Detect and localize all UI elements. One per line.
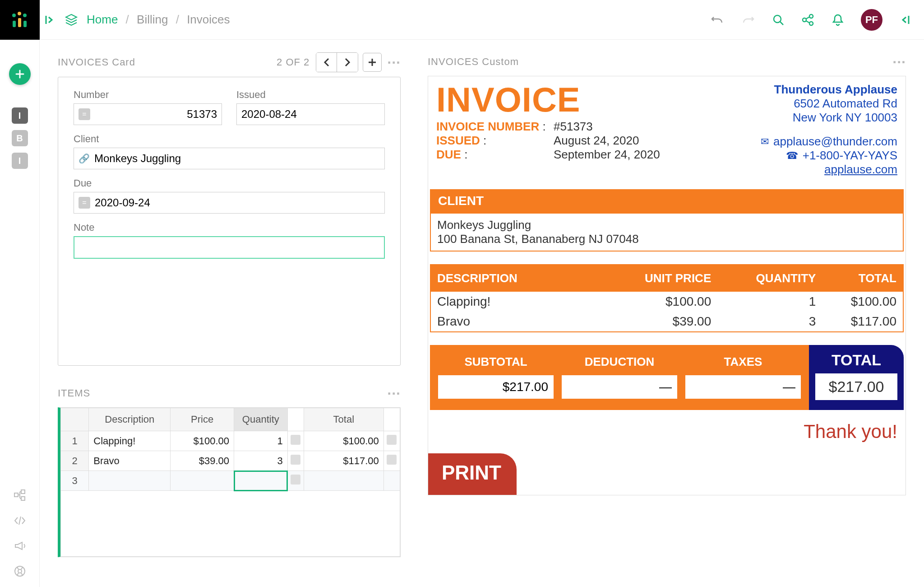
invoice-line: Clapping! $100.00 1 $100.00 (431, 292, 903, 312)
nav-item-b[interactable]: B (12, 130, 28, 146)
help-icon[interactable] (13, 564, 27, 578)
invoice-preview: INVOICE INVOICE NUMBER :#51373 ISSUED :A… (428, 76, 906, 495)
line-items-table: DESCRIPTION UNIT PRICE QUANTITY TOTAL Cl… (430, 264, 904, 332)
svg-rect-7 (21, 490, 25, 494)
print-button[interactable]: PRINT (428, 453, 517, 495)
phone-icon: ☎ (786, 150, 798, 162)
bell-icon[interactable] (831, 13, 845, 27)
table-row[interactable]: 1 Clapping! $100.00 1 $100.00 (61, 431, 400, 451)
issued-input[interactable]: 2020-08-24 (236, 103, 385, 125)
card-panel-menu[interactable]: ··· (387, 54, 401, 71)
svg-point-4 (18, 12, 21, 15)
label-due: Due (74, 177, 385, 189)
leaf-logo-icon (11, 11, 29, 29)
client-box: Monkeys Juggling 100 Banana St, Bananabe… (430, 213, 904, 252)
col-description[interactable]: Description (89, 408, 171, 431)
nav-item-invoices[interactable]: I (12, 107, 28, 124)
collapse-right-icon[interactable] (899, 14, 910, 26)
items-table: Description Price Quantity Total (58, 407, 401, 557)
label-number: Number (74, 89, 222, 101)
card-panel-title: INVOICES Card (58, 56, 135, 68)
label-client: Client (74, 133, 385, 145)
formula-icon (387, 435, 397, 445)
formula-icon: = (79, 197, 90, 209)
totals-strip: SUBTOTAL $217.00 DEDUCTION — TAXES — (430, 345, 904, 410)
deduction-value: — (562, 375, 677, 399)
col-price[interactable]: Price (171, 408, 234, 431)
label-issued: Issued (236, 89, 385, 101)
svg-point-5 (23, 14, 27, 17)
app-logo[interactable] (0, 0, 40, 40)
add-record-button[interactable] (363, 53, 382, 72)
add-button[interactable] (9, 63, 31, 85)
mail-icon: ✉ (761, 136, 769, 148)
company-block: Thunderous Applause 6502 Automated Rd Ne… (761, 83, 897, 177)
invoice-heading: INVOICE (436, 83, 660, 117)
company-web-link[interactable]: applause.com (824, 163, 897, 177)
structure-icon[interactable] (13, 489, 27, 502)
label-note: Note (74, 222, 385, 233)
search-icon[interactable] (772, 13, 785, 27)
chevron-left-icon (323, 58, 330, 67)
card-panel-header: INVOICES Card 2 OF 2 ··· (58, 52, 401, 72)
invoice-line: Bravo $39.00 3 $117.00 (431, 312, 903, 331)
table-row-empty[interactable]: 3 (61, 471, 400, 491)
svg-rect-1 (18, 18, 21, 27)
formula-icon (291, 475, 300, 485)
nav-item-i2[interactable]: I (12, 153, 28, 169)
items-panel-menu[interactable]: ··· (387, 385, 401, 402)
pager-text: 2 OF 2 (277, 56, 310, 68)
plus-icon (14, 69, 25, 79)
breadcrumb-home[interactable]: Home (87, 13, 118, 26)
selected-cell[interactable] (234, 471, 288, 491)
svg-point-3 (12, 14, 16, 17)
redo-icon[interactable] (741, 13, 755, 27)
svg-rect-2 (23, 21, 27, 27)
pages-icon[interactable] (64, 13, 79, 27)
table-row[interactable]: 2 Bravo $39.00 3 $117.00 (61, 451, 400, 471)
taxes-value: — (685, 375, 801, 399)
svg-rect-0 (13, 21, 16, 27)
next-record-button[interactable] (337, 53, 358, 72)
code-icon[interactable] (13, 514, 27, 527)
chevron-right-icon (344, 58, 351, 67)
prev-record-button[interactable] (316, 53, 337, 72)
client-input[interactable]: 🔗Monkeys Juggling (74, 148, 385, 169)
col-quantity[interactable]: Quantity (234, 408, 288, 431)
preview-panel-menu[interactable]: ··· (892, 54, 906, 70)
note-input[interactable] (74, 236, 385, 259)
svg-point-11 (774, 15, 781, 23)
formula-icon (387, 455, 397, 465)
items-header-row: Description Price Quantity Total (61, 408, 400, 431)
thanks-text: Thank you! (428, 410, 906, 448)
grand-total: TOTAL $217.00 (809, 345, 904, 410)
left-sidebar: I B I (0, 0, 40, 587)
undo-icon[interactable] (710, 13, 725, 27)
svg-point-10 (18, 569, 22, 573)
topbar: Home / Billing / Invoices (40, 0, 924, 40)
breadcrumb-billing[interactable]: Billing (137, 13, 168, 26)
inv-number: #51373 (554, 120, 593, 133)
svg-point-14 (809, 22, 813, 25)
plus-icon (368, 58, 377, 67)
svg-rect-8 (21, 497, 25, 500)
megaphone-icon[interactable] (13, 539, 27, 553)
preview-panel-header: INVOICES Custom ··· (428, 52, 906, 71)
nav-list: I B I (12, 107, 28, 169)
sidebar-bottom-tools (13, 489, 27, 578)
share-icon[interactable] (801, 13, 815, 27)
preview-panel-title: INVOICES Custom (428, 56, 519, 68)
breadcrumb-invoices[interactable]: Invoices (187, 13, 230, 26)
col-total[interactable]: Total (304, 408, 383, 431)
items-panel-title: ITEMS (58, 387, 90, 399)
subtotal-value: $217.00 (438, 375, 554, 399)
number-input[interactable]: =51373 (74, 103, 222, 125)
svg-point-13 (809, 14, 813, 18)
link-icon: 🔗 (79, 153, 90, 164)
avatar[interactable]: PF (861, 9, 882, 31)
due-input[interactable]: =2020-09-24 (74, 192, 385, 214)
expand-sidebar-icon[interactable] (44, 14, 56, 26)
breadcrumb: Home / Billing / Invoices (87, 13, 230, 27)
inv-issued: August 24, 2020 (554, 134, 639, 147)
client-section-label: CLIENT (430, 189, 904, 213)
